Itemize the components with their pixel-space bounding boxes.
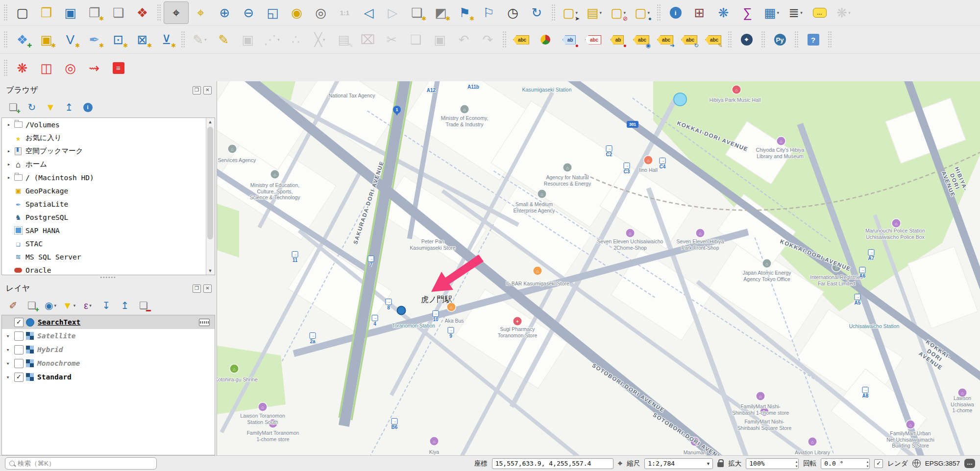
- coordinate-input[interactable]: 15,557,633.9, 4,255,557.4: [492, 458, 613, 469]
- browser-item-star[interactable]: ★お気に入り: [2, 131, 215, 144]
- new-gpx-layer-button[interactable]: ⊻✱: [154, 29, 178, 50]
- zoom-to-layer-button[interactable]: ◎: [309, 2, 333, 24]
- scrollbar-thumb[interactable]: [207, 127, 213, 239]
- plugin-report-button[interactable]: ≡: [106, 57, 130, 79]
- lock-icon[interactable]: [717, 462, 724, 467]
- pan-to-selection-button[interactable]: ⌖: [189, 2, 213, 24]
- add-group-button[interactable]: ❏✚: [24, 298, 40, 313]
- chevron-down-icon[interactable]: ▾: [848, 10, 851, 15]
- filter-legend-button[interactable]: ▼▾: [61, 298, 77, 313]
- refresh-map-button[interactable]: ↻: [525, 2, 549, 24]
- highlight-pinned-labels-button[interactable]: abc: [581, 29, 605, 50]
- deselect-features-button[interactable]: ▢⊘▾: [606, 2, 630, 24]
- layer-item-standard[interactable]: ▾✓Standard: [2, 370, 215, 384]
- chevron-down-icon[interactable]: ▾: [54, 303, 56, 308]
- open-layer-styling-button[interactable]: ✐: [5, 298, 22, 313]
- chevron-down-icon[interactable]: ▾: [576, 10, 578, 15]
- browser-properties-button[interactable]: i: [79, 100, 96, 115]
- zoom-to-selection-button[interactable]: ◉: [285, 2, 309, 24]
- measure-button[interactable]: ≣▾: [784, 2, 808, 24]
- browser-item-mssql[interactable]: ≋MS SQL Server: [2, 250, 215, 263]
- show-spatial-bookmarks-button[interactable]: ⚐: [477, 2, 501, 24]
- plugin-settings-button[interactable]: ❋: [10, 57, 34, 79]
- filter-by-expression-button[interactable]: ε▾: [79, 298, 96, 313]
- zoom-out-button[interactable]: ⊖: [237, 2, 261, 24]
- expander-icon[interactable]: ▾: [4, 347, 12, 353]
- layer-visibility-checkbox[interactable]: [14, 331, 24, 341]
- data-source-manager-button[interactable]: ❖✚: [10, 29, 34, 50]
- move-label-button[interactable]: abc➜: [653, 29, 677, 50]
- new-project-button[interactable]: ▢: [10, 2, 34, 24]
- render-checkbox[interactable]: ✓: [874, 459, 883, 468]
- identify-features-button[interactable]: i: [663, 2, 687, 24]
- remove-layer-button[interactable]: ❏▬: [135, 298, 152, 313]
- chevron-down-icon[interactable]: ▾: [624, 10, 626, 15]
- browser-item-folder[interactable]: ▸/Volumes: [2, 118, 215, 131]
- stepper-icons[interactable]: ▲▼: [867, 459, 869, 468]
- browser-item-oracle[interactable]: Oracle: [2, 263, 215, 275]
- chevron-down-icon[interactable]: ▾: [74, 303, 76, 308]
- map-canvas[interactable]: ⌂⌂⌂⌂⌂⌂⌂⌂⌂⌂⌂⌂⌂⌂⌂⌂⌂⌂⌂⌂⌂⌂⌂+⌂⌂National Tax A…: [217, 81, 980, 455]
- toggle-editing-button[interactable]: ✎: [212, 29, 236, 50]
- rotation-spinbox[interactable]: 0.0 ° ▲▼: [821, 458, 870, 469]
- attribute-table-button[interactable]: ▦▾: [760, 2, 784, 24]
- browser-add-layer-button[interactable]: ❏✚: [5, 100, 22, 115]
- select-features-by-value-button[interactable]: ▤▾: [582, 2, 606, 24]
- scale-combo[interactable]: 1:2,784 ▼: [644, 458, 713, 469]
- stepper-icons[interactable]: ▲▼: [796, 459, 798, 468]
- layers-close-button[interactable]: ✕: [203, 284, 212, 293]
- new-spatial-bookmark-button[interactable]: ⚑✱: [453, 2, 477, 24]
- statistics-panel-button[interactable]: ∑: [735, 2, 760, 24]
- show-hide-labels-button[interactable]: abc◉: [629, 29, 653, 50]
- chevron-down-icon[interactable]: ▾: [800, 10, 803, 15]
- layer-visibility-checkbox[interactable]: [14, 345, 24, 354]
- python-console-button[interactable]: Py: [768, 29, 792, 50]
- save-project-button[interactable]: ▣: [58, 2, 82, 24]
- new-spatialite-layer-button[interactable]: ✒✱: [82, 29, 106, 50]
- browser-item-postgresql[interactable]: ♞PostgreSQL: [2, 211, 215, 224]
- rotate-label-button[interactable]: abc↻: [677, 29, 701, 50]
- layer-visibility-checkbox[interactable]: ✓: [14, 318, 24, 327]
- layers-float-button[interactable]: ❐: [193, 284, 201, 293]
- browser-item-saphana[interactable]: SAP HANA: [2, 224, 215, 237]
- browser-item-home[interactable]: ▸⌂ホーム: [2, 158, 215, 171]
- crs-status[interactable]: EPSG:3857: [925, 460, 960, 467]
- browser-item-spatialite[interactable]: ✒SpatiaLite: [2, 197, 215, 211]
- browser-item-geopackage[interactable]: ▣GeoPackage: [2, 184, 215, 197]
- field-calculator-button[interactable]: ⊞: [687, 2, 711, 24]
- change-label-button[interactable]: abc✎: [701, 29, 725, 50]
- memory-layer-icon[interactable]: [199, 319, 210, 326]
- temporal-controller-button[interactable]: ◷: [501, 2, 525, 24]
- show-layout-manager-button[interactable]: ❏: [106, 2, 130, 24]
- pan-map-button[interactable]: ⌖: [164, 1, 189, 24]
- scroll-down-icon[interactable]: ▼: [206, 267, 214, 275]
- new-map-view-button[interactable]: ❏✱: [405, 2, 429, 24]
- manage-map-themes-button[interactable]: ◉▾: [42, 298, 59, 313]
- layer-item-hybrid[interactable]: ▾Hybrid: [2, 343, 215, 356]
- layer-diagram-options-button[interactable]: [533, 29, 557, 50]
- select-by-location-button[interactable]: ▢●▾: [630, 2, 654, 24]
- chevron-down-icon[interactable]: ▾: [777, 10, 780, 15]
- browser-item-bookmark[interactable]: ▸空間ブックマーク: [2, 144, 215, 158]
- new-3d-map-view-button[interactable]: ◩✱: [429, 2, 453, 24]
- new-virtual-layer-button[interactable]: ⊡✱: [106, 29, 130, 50]
- browser-filter-button[interactable]: ▼: [42, 100, 59, 115]
- new-print-layout-button[interactable]: ❐✱: [82, 2, 106, 24]
- crs-globe-icon[interactable]: [912, 459, 921, 468]
- layer-visibility-checkbox[interactable]: [14, 359, 24, 368]
- move-label-diagram-button[interactable]: ab●: [605, 29, 629, 50]
- plugin-location-button[interactable]: ◎: [58, 57, 82, 79]
- browser-close-button[interactable]: ✕: [203, 86, 212, 94]
- expander-icon[interactable]: ▾: [4, 333, 12, 339]
- new-mesh-layer-button[interactable]: ⊠✱: [130, 29, 154, 50]
- expander-icon[interactable]: ▸: [5, 174, 13, 181]
- search-input[interactable]: 検索（⌘K）: [5, 457, 157, 470]
- pin-unpin-labels-button[interactable]: ab●: [557, 29, 581, 50]
- select-features-button[interactable]: ▢➤▾: [558, 2, 582, 24]
- chevron-down-icon[interactable]: ▾: [648, 10, 650, 15]
- mouse-position-icon[interactable]: ⌖: [618, 459, 623, 469]
- expander-icon[interactable]: ▾: [4, 374, 12, 380]
- browser-refresh-button[interactable]: ↻: [24, 100, 40, 115]
- open-project-button[interactable]: ❒: [34, 2, 58, 24]
- browser-collapse-all-button[interactable]: ↥: [61, 100, 77, 115]
